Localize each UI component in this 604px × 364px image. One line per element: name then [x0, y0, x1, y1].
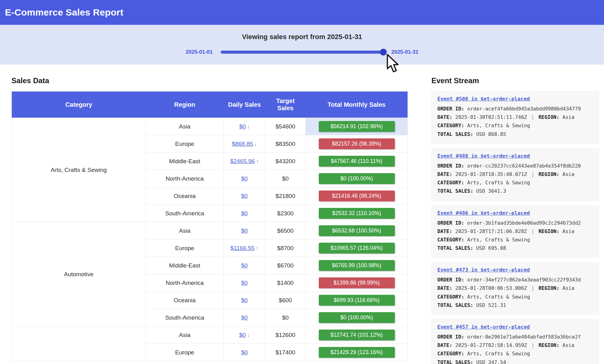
date-label: DATE: — [437, 171, 452, 177]
event-link[interactable]: Event #488 in $et-order-placed — [437, 153, 530, 159]
daily-sales-link[interactable]: $0 — [241, 297, 248, 303]
date-value: 2025-01-27T02:58:14.959Z — [455, 342, 527, 348]
region-cell: South-America — [146, 309, 224, 326]
total-monthly-sales-cell: $21416.46 (98.24%) — [306, 187, 408, 205]
daily-sales-link[interactable]: $0 — [241, 210, 248, 217]
total-sales-label: TOTAL SALES: — [437, 245, 473, 251]
region-cell: North-America — [146, 170, 224, 187]
event-link[interactable]: Event #473 in $et-order-placed — [437, 267, 530, 273]
total-sales-label: TOTAL SALES: — [437, 131, 473, 137]
category-cell: Automotive — [12, 222, 146, 326]
daily-sales-link[interactable]: $0 — [239, 123, 246, 130]
slider-caption: Viewing sales report from 2025-01-31 — [0, 33, 604, 41]
region-cell: Europe — [146, 135, 224, 153]
date-label: DATE: — [437, 342, 452, 348]
total-sales-value: USD 3641.3 — [476, 188, 506, 194]
category-label: CATEGORY: — [437, 294, 464, 300]
column-header-category: Category — [12, 92, 146, 118]
event-link[interactable]: Event #457 in $et-order-placed — [437, 324, 530, 330]
main-content: Sales Data Category Region Daily Sales T… — [0, 65, 604, 364]
event-detail-line: CATEGORY: Arts, Crafts & Sewing — [437, 236, 593, 244]
total-sales-badge: $6532.68 (100.50%) — [319, 225, 395, 236]
daily-sales-cell: $0 — [224, 170, 265, 187]
event-detail-line: CATEGORY: Arts, Crafts & Sewing — [437, 293, 593, 301]
daily-sales-link[interactable]: $0 — [241, 262, 248, 269]
total-monthly-sales-cell: $6532.68 (100.50%) — [306, 222, 408, 240]
app-window: E-Commerce Sales Report Viewing sales re… — [0, 0, 604, 364]
daily-sales-cell: $1166.55↑ — [224, 240, 265, 257]
category-cell — [12, 326, 146, 361]
event-card: Event #488 in $et-order-placedORDER ID: … — [431, 148, 599, 201]
total-sales-badge: $6765.99 (100.98%) — [319, 260, 395, 271]
total-sales-value: USD 347.54 — [476, 359, 506, 364]
separator: | — [530, 342, 536, 348]
category-label: CATEGORY: — [437, 351, 464, 357]
region-cell: Asia — [146, 326, 224, 344]
region-value: Asia — [562, 285, 575, 291]
total-sales-badge: $56214.91 (102.96%) — [319, 121, 395, 132]
event-detail-line: DATE: 2025-01-28T00:06:53.006Z | REGION:… — [437, 284, 593, 292]
category-label: CATEGORY: — [437, 180, 464, 186]
separator: | — [530, 285, 536, 291]
daily-sales-cell: $0 — [224, 292, 265, 309]
total-monthly-sales-cell: $47567.46 (110.11%) — [306, 153, 408, 170]
column-header-daily-sales: Daily Sales — [224, 92, 265, 118]
order-id-label: ORDER ID: — [437, 334, 464, 340]
daily-sales-link[interactable]: $0 — [241, 227, 248, 234]
total-monthly-sales-cell: $12741.74 (101.12%) — [306, 326, 408, 344]
daily-sales-cell: $0↓ — [224, 326, 265, 344]
total-sales-badge: $47567.46 (110.11%) — [319, 156, 395, 167]
slider-min-label: 2025-01-01 — [186, 49, 213, 55]
slider-max-label: 2025-01-31 — [391, 49, 418, 55]
sales-data-section: Sales Data Category Region Daily Sales T… — [11, 76, 408, 361]
region-cell: Oceania — [146, 187, 224, 205]
target-sales-cell: $0 — [265, 309, 306, 326]
daily-sales-link[interactable]: $0 — [241, 175, 248, 182]
daily-sales-link[interactable]: $0 — [241, 280, 248, 286]
daily-sales-link[interactable]: $0 — [241, 314, 248, 321]
daily-sales-cell: $868.85↓ — [224, 135, 265, 153]
trend-down-icon: ↓ — [247, 332, 250, 338]
daily-sales-link[interactable]: $0 — [239, 332, 246, 338]
total-sales-badge: $0 (100.00%) — [319, 312, 395, 323]
event-link[interactable]: Event #508 in $et-order-placed — [437, 96, 530, 102]
total-sales-badge: $12741.74 (101.12%) — [319, 330, 395, 340]
daily-sales-link[interactable]: $2465.96 — [230, 158, 255, 164]
column-header-target-sales: Target Sales — [265, 92, 306, 118]
sales-data-heading: Sales Data — [11, 76, 408, 85]
event-detail-line: ORDER ID: order-3b1faad35bde4e06ad99c2c2… — [437, 219, 593, 227]
category-value: Arts, Crafts & Sewing — [467, 237, 530, 243]
region-value: Asia — [562, 342, 575, 348]
daily-sales-link[interactable]: $0 — [241, 349, 248, 356]
total-monthly-sales-cell: $0 (100.00%) — [306, 170, 408, 187]
date-value: 2025-01-30T02:51:11.746Z — [455, 114, 527, 120]
daily-sales-link[interactable]: $1166.55 — [230, 245, 255, 251]
category-value: Arts, Crafts & Sewing — [467, 294, 530, 300]
event-list: Event #508 in $et-order-placedORDER ID: … — [431, 91, 599, 364]
date-slider[interactable] — [221, 51, 383, 54]
event-detail-line: CATEGORY: Arts, Crafts & Sewing — [437, 121, 593, 130]
total-sales-badge: $10965.57 (126.04%) — [319, 243, 395, 254]
app-header: E-Commerce Sales Report — [0, 0, 604, 25]
total-sales-badge: $699.93 (116.66%) — [319, 295, 395, 306]
separator: | — [530, 171, 536, 177]
event-detail-line: TOTAL SALES: USD 3641.3 — [437, 187, 593, 195]
target-sales-cell: $1400 — [265, 274, 306, 292]
total-sales-badge: $2532.32 (110.10%) — [319, 208, 395, 219]
daily-sales-cell: $0 — [224, 309, 265, 326]
daily-sales-link[interactable]: $0 — [241, 193, 248, 199]
event-detail-line: TOTAL SALES: USD 868.85 — [437, 130, 593, 138]
event-link[interactable]: Event #486 in $et-order-placed — [437, 210, 530, 216]
slider-handle[interactable] — [380, 49, 387, 56]
daily-sales-cell: $0 — [224, 222, 265, 240]
order-id-label: ORDER ID: — [437, 220, 464, 226]
sales-table-header: Category Region Daily Sales Target Sales… — [12, 92, 408, 118]
sales-table: Category Region Daily Sales Target Sales… — [11, 91, 408, 361]
event-detail-line: TOTAL SALES: USD 695.08 — [437, 244, 593, 252]
total-sales-value: USD 868.85 — [476, 131, 506, 137]
daily-sales-link[interactable]: $868.85 — [232, 141, 253, 147]
trend-down-icon: ↓ — [247, 124, 250, 130]
event-detail-line: DATE: 2025-01-30T02:51:11.746Z | REGION:… — [437, 113, 593, 121]
region-cell: Europe — [146, 240, 224, 257]
order-id-value: order-0e2961e71a6e484abfadf583a36bce2f — [467, 334, 581, 340]
